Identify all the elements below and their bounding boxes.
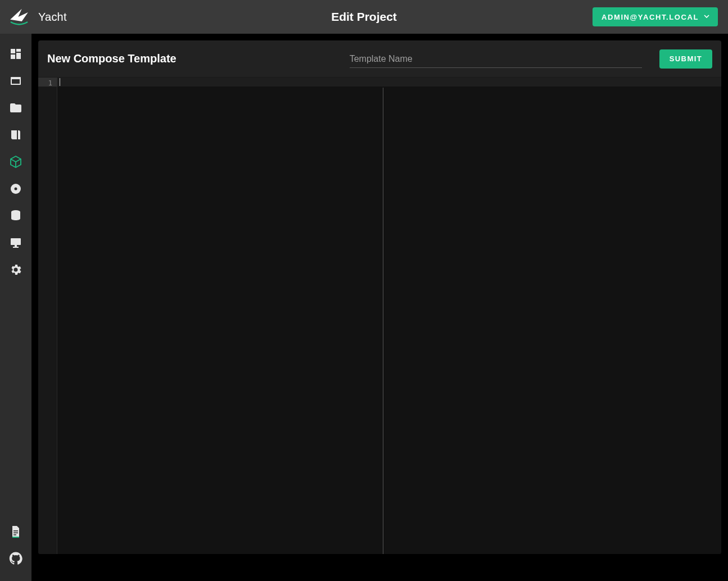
svg-rect-2 [16, 53, 21, 59]
sidebar-item-resources[interactable] [0, 122, 31, 149]
editor-ruler [383, 88, 383, 554]
submit-button[interactable]: SUBMIT [659, 49, 712, 69]
github-icon [9, 552, 22, 568]
chevron-down-icon [702, 12, 711, 22]
brand-name: Yacht [38, 11, 67, 24]
sidebar-item-volumes[interactable] [0, 203, 31, 230]
svg-rect-1 [16, 49, 21, 52]
code-editor[interactable]: 1 [38, 78, 721, 554]
svg-rect-13 [13, 530, 18, 532]
editor-cursor [60, 78, 60, 86]
card-header: New Compose Template SUBMIT [38, 40, 721, 78]
sidebar [0, 34, 31, 581]
brand[interactable]: Yacht [8, 6, 67, 28]
editor-gutter: 1 [38, 78, 57, 554]
card-title: New Compose Template [47, 52, 177, 65]
dashboard-icon [9, 47, 22, 63]
cube-icon [9, 155, 22, 171]
sidebar-item-github[interactable] [0, 546, 31, 573]
editor-pane[interactable] [57, 78, 721, 554]
svg-rect-16 [12, 537, 19, 538]
disc-icon [9, 182, 22, 198]
document-icon [9, 525, 22, 541]
sidebar-item-templates[interactable] [0, 96, 31, 122]
monitor-icon [9, 236, 22, 252]
sidebar-item-settings[interactable] [0, 257, 31, 284]
compose-card: New Compose Template SUBMIT 1 [38, 40, 721, 554]
main-content: New Compose Template SUBMIT 1 [31, 34, 728, 581]
svg-rect-3 [11, 55, 15, 59]
app-bar: Yacht Edit Project ADMIN@YACHT.LOCAL [0, 0, 728, 34]
svg-rect-5 [12, 79, 20, 84]
svg-rect-10 [11, 238, 21, 245]
svg-rect-14 [13, 533, 18, 534]
svg-rect-0 [11, 49, 15, 53]
svg-rect-11 [15, 245, 17, 247]
yacht-logo-icon [8, 6, 30, 28]
book-icon [9, 128, 22, 144]
sidebar-item-applications[interactable] [0, 69, 31, 96]
sidebar-item-dashboard[interactable] [0, 42, 31, 69]
page-title: Edit Project [331, 10, 397, 24]
gear-icon [9, 263, 22, 279]
line-number: 1 [38, 79, 52, 88]
svg-rect-6 [17, 130, 18, 139]
svg-point-8 [15, 188, 17, 190]
template-name-input[interactable] [350, 49, 642, 68]
sidebar-item-networks[interactable] [0, 230, 31, 257]
database-icon [9, 209, 22, 225]
user-menu-button[interactable]: ADMIN@YACHT.LOCAL [593, 7, 718, 26]
user-menu-label: ADMIN@YACHT.LOCAL [602, 13, 699, 21]
folder-icon [9, 101, 22, 117]
svg-rect-15 [13, 534, 16, 535]
window-icon [9, 74, 22, 90]
sidebar-item-docs[interactable] [0, 519, 31, 546]
template-name-field [350, 49, 642, 68]
svg-rect-12 [13, 247, 19, 248]
sidebar-item-projects[interactable] [0, 149, 31, 176]
sidebar-item-images[interactable] [0, 176, 31, 203]
